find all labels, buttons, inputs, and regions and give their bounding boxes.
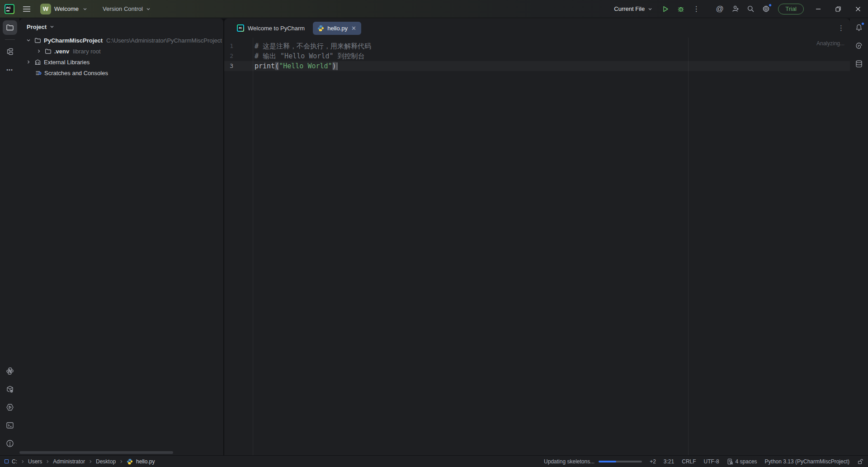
code-line-1[interactable]: 1 # 这是注释，不会执行，用来解释代码 xyxy=(224,41,850,51)
close-button[interactable] xyxy=(848,0,868,18)
pycharm-file-icon: PC xyxy=(237,24,244,32)
code-line-2[interactable]: 2 # 输出 "Hello World" 到控制台 xyxy=(224,51,850,61)
breadcrumb-administrator[interactable]: Administrator xyxy=(53,458,85,465)
project-panel-title: Project xyxy=(27,24,47,30)
close-icon xyxy=(855,6,861,12)
caret-position-widget[interactable]: 3:21 xyxy=(664,458,674,465)
minimize-button[interactable] xyxy=(808,0,828,18)
breadcrumb-desktop[interactable]: Desktop xyxy=(96,458,116,465)
tab-hello-py-label: hello.py xyxy=(327,25,348,32)
token-paren-open: ( xyxy=(275,62,279,70)
progress-bar xyxy=(599,461,642,462)
restore-icon xyxy=(835,6,841,12)
search-everywhere-button[interactable] xyxy=(744,2,757,16)
structure-toolwindow-button[interactable] xyxy=(3,44,17,59)
horizontal-scrollbar[interactable] xyxy=(19,451,173,454)
ai-assistant-icon: @ xyxy=(716,5,724,13)
line-number-2[interactable]: 2 xyxy=(224,51,253,61)
right-margin-guide xyxy=(688,38,689,455)
chevron-down-icon xyxy=(26,38,31,43)
chevron-right-icon xyxy=(20,459,25,464)
more-actions-button[interactable]: ⋮ xyxy=(689,2,703,16)
main-area: Project PyCharmMiscProject C:\Users\Admi… xyxy=(19,19,850,455)
gutter-separator xyxy=(253,38,253,455)
run-icon xyxy=(662,5,669,13)
python-console-toolwindow-button[interactable] xyxy=(3,364,17,378)
python-packages-toolwindow-button[interactable] xyxy=(3,382,17,396)
ai-assistant-button[interactable]: @ xyxy=(713,2,726,16)
tab-welcome-label: Welcome to PyCharm xyxy=(248,25,305,32)
code-line-3[interactable]: 3 print("Hello World") xyxy=(224,61,850,71)
tab-close-icon[interactable]: ✕ xyxy=(351,25,357,31)
indent-widget[interactable]: 4 spaces xyxy=(727,458,757,465)
breadcrumb-file[interactable]: hello.py xyxy=(136,458,155,465)
pycharm-logo-text: PC xyxy=(6,6,11,10)
problems-toolwindow-button[interactable] xyxy=(3,436,17,451)
breadcrumb-drive[interactable]: C: xyxy=(12,458,17,465)
title-bar: PC W Welcome Version Control Current Fil… xyxy=(0,0,868,18)
chevron-right-icon xyxy=(119,459,123,464)
tree-row-scratches[interactable]: Scratches and Consoles xyxy=(19,67,223,78)
tree-item-name: Scratches and Consoles xyxy=(44,70,108,76)
indent-widget-label: 4 spaces xyxy=(736,458,757,465)
tree-row-venv[interactable]: .venv library root xyxy=(19,46,223,57)
background-task: Updating skeletons... xyxy=(544,458,642,465)
tree-item-name: PyCharmMiscProject xyxy=(44,37,103,44)
tree-item-name: External Libraries xyxy=(44,59,90,66)
line-number-3[interactable]: 3 xyxy=(224,61,253,71)
project-widget[interactable]: W Welcome xyxy=(39,2,91,16)
tab-options-button[interactable]: ⋮ xyxy=(838,19,844,38)
chevron-down-icon xyxy=(49,24,55,30)
chevron-down-icon xyxy=(82,6,88,12)
code-text: print("Hello World") xyxy=(253,61,337,71)
interpreter-widget[interactable]: Python 3.13 (PyCharmMiscProject) xyxy=(765,458,849,465)
run-button[interactable] xyxy=(659,2,672,16)
drive-icon xyxy=(5,459,9,463)
folder-icon xyxy=(6,24,14,32)
notifications-button[interactable] xyxy=(852,20,866,35)
settings-button[interactable] xyxy=(759,2,773,16)
vcs-widget[interactable]: Version Control xyxy=(103,5,151,12)
status-bar: C: Users Administrator Desktop hello.py … xyxy=(0,455,868,467)
inspections-widget[interactable]: +2 xyxy=(650,458,656,465)
line-separator-widget[interactable]: CRLF xyxy=(682,458,696,465)
main-menu-button[interactable] xyxy=(20,2,33,16)
project-widget-label: Welcome xyxy=(54,5,79,12)
ai-assistant-toolwindow-button[interactable] xyxy=(852,38,866,53)
minimize-icon xyxy=(816,6,821,12)
debug-button[interactable] xyxy=(674,2,688,16)
tree-row-external-libraries[interactable]: External Libraries xyxy=(19,57,223,67)
restore-button[interactable] xyxy=(828,0,848,18)
settings-notification-dot xyxy=(769,4,772,7)
project-toolwindow-button[interactable] xyxy=(3,20,17,35)
breadcrumb-users[interactable]: Users xyxy=(28,458,42,465)
code-editor[interactable]: Analyzing... 1 # 这是注释，不会执行，用来解释代码 2 # 输出… xyxy=(224,38,850,455)
progress-fill xyxy=(599,461,616,462)
unlock-icon[interactable] xyxy=(857,458,863,465)
tree-row-project-root[interactable]: PyCharmMiscProject C:\Users\Administrato… xyxy=(19,35,223,46)
line-number-1[interactable]: 1 xyxy=(224,41,253,51)
tab-welcome[interactable]: PC Welcome to PyCharm xyxy=(231,19,310,38)
tree-item-name: .venv xyxy=(54,48,69,55)
chevron-down-icon xyxy=(647,6,653,12)
text-caret xyxy=(337,62,338,70)
encoding-widget[interactable]: UTF-8 xyxy=(704,458,719,465)
tree-item-suffix: library root xyxy=(73,48,100,55)
chevron-right-icon xyxy=(36,48,42,54)
services-toolwindow-button[interactable] xyxy=(3,400,17,415)
database-toolwindow-button[interactable] xyxy=(852,57,866,71)
code-with-me-button[interactable] xyxy=(728,2,742,16)
toolbar-divider xyxy=(5,39,15,40)
pycharm-window: PC W Welcome Version Control Current Fil… xyxy=(0,0,868,467)
more-toolwindows-button[interactable]: ••• xyxy=(3,62,17,77)
run-configuration-selector[interactable]: Current File xyxy=(614,5,653,12)
tab-hello-py[interactable]: hello.py ✕ xyxy=(313,22,361,35)
left-toolwindow-bar: ••• xyxy=(0,19,19,455)
editor-area: PC Welcome to PyCharm hello.py ✕ ⋮ xyxy=(224,19,850,455)
search-icon xyxy=(747,5,755,13)
terminal-icon xyxy=(6,421,14,429)
terminal-toolwindow-button[interactable] xyxy=(3,418,17,433)
trial-badge[interactable]: Trial xyxy=(778,4,804,14)
project-panel-header[interactable]: Project xyxy=(19,19,223,35)
pycharm-logo[interactable]: PC xyxy=(5,4,14,14)
